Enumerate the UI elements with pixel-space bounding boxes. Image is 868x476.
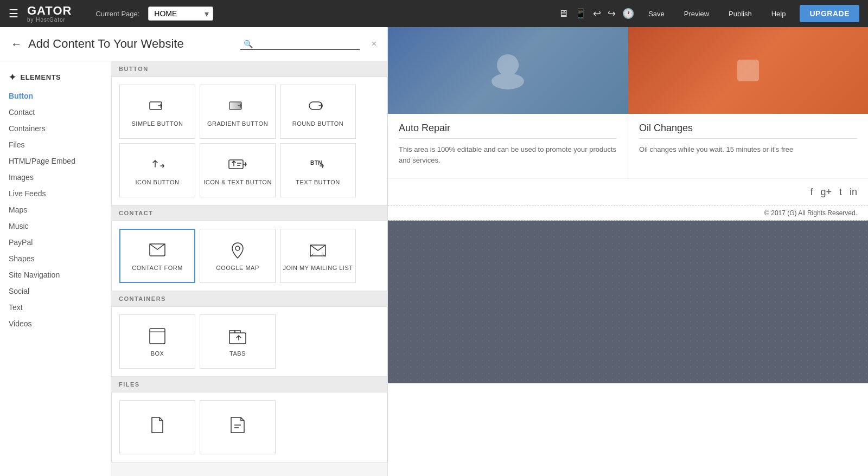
sidebar-item-maps[interactable]: Maps: [0, 202, 111, 218]
sidebar-item-paypal[interactable]: PayPal: [0, 234, 111, 250]
website-preview: Auto Repair This area is 100% editable a…: [388, 27, 868, 476]
simple-button-label: SIMPLE BUTTON: [132, 120, 183, 127]
logo-text: GATOR: [27, 5, 72, 17]
sidebar-item-containers[interactable]: Containers: [0, 120, 111, 137]
files-section: FILES: [111, 377, 387, 462]
page-selector[interactable]: HOME: [148, 7, 213, 21]
footer-social: f g+ t in: [388, 179, 868, 206]
svg-rect-13: [229, 333, 246, 344]
hamburger-menu[interactable]: ☰: [9, 7, 18, 20]
sidebar-item-text[interactable]: Text: [0, 299, 111, 316]
preview-img-right: [628, 27, 869, 114]
svg-point-17: [492, 73, 524, 89]
contact-section: CONTACT CONTACT FORM: [111, 205, 387, 291]
upgrade-button[interactable]: UPGRADE: [800, 5, 859, 22]
sidebar-item-videos[interactable]: Videos: [0, 316, 111, 332]
sidebar-item-files[interactable]: Files: [0, 137, 111, 153]
mailing-list-label: JOIN MY MAILING LIST: [283, 265, 353, 271]
history-icon[interactable]: 🕐: [622, 8, 634, 20]
svg-rect-18: [737, 60, 759, 81]
containers-section: CONTAINERS BOX: [111, 291, 387, 377]
preview-button[interactable]: Preview: [679, 7, 714, 21]
text-button-label: TEXT BUTTON: [296, 179, 340, 185]
main-layout: ← Add Content To Your Website 🔍 × ✦ ELEM…: [0, 27, 868, 476]
publish-button[interactable]: Publish: [723, 7, 757, 21]
back-button[interactable]: ←: [11, 38, 22, 50]
button-section-label: BUTTON: [111, 61, 387, 76]
round-button-item[interactable]: ROUND BUTTON: [280, 85, 356, 139]
sidebar-item-contact[interactable]: Contact: [0, 104, 111, 120]
mailing-list-item[interactable]: JOIN MY MAILING LIST: [280, 229, 356, 283]
simple-button-item[interactable]: SIMPLE BUTTON: [119, 85, 195, 139]
search-input[interactable]: [256, 40, 354, 48]
facebook-icon[interactable]: f: [810, 186, 813, 198]
sidebar-item-html-page-embed[interactable]: HTML/Page Embed: [0, 153, 111, 169]
svg-point-8: [235, 246, 240, 250]
google-map-item[interactable]: GOOGLE MAP: [200, 229, 276, 283]
sidebar-item-social[interactable]: Social: [0, 283, 111, 299]
sidebar-item-button[interactable]: Button: [0, 88, 111, 104]
help-button[interactable]: Help: [766, 7, 792, 21]
logo: GATOR by HostGator: [27, 5, 72, 23]
contact-form-item[interactable]: CONTACT FORM: [119, 229, 195, 283]
auto-repair-title: Auto Repair: [399, 123, 617, 139]
search-box: 🔍: [240, 38, 360, 50]
svg-text:BTN: BTN: [310, 160, 322, 166]
desktop-icon[interactable]: 🖥: [558, 8, 568, 20]
sidebar-item-music[interactable]: Music: [0, 218, 111, 234]
sidebar: ✦ ELEMENTS ButtonContactContainersFilesH…: [0, 61, 111, 476]
gradient-button-item[interactable]: GRADIENT BUTTON: [200, 85, 276, 139]
tablet-icon[interactable]: 📱: [575, 8, 586, 20]
containers-items-grid: BOX TABS: [111, 306, 387, 377]
linkedin-icon[interactable]: in: [850, 186, 857, 198]
save-button[interactable]: Save: [643, 7, 670, 21]
preview-images-row: [388, 27, 868, 114]
contact-section-label: CONTACT: [111, 205, 387, 221]
device-icons: 🖥 📱 ↩ ↪ 🕐: [558, 8, 634, 20]
footer-copy: © 2017 (G) All Rights Reserved.: [388, 206, 868, 221]
google-map-label: GOOGLE MAP: [216, 265, 259, 271]
search-icon: 🔍: [244, 40, 253, 48]
box-item[interactable]: BOX: [119, 314, 195, 369]
file-item-1[interactable]: [119, 400, 195, 454]
contact-items-grid: CONTACT FORM GOOGLE MAP: [111, 221, 387, 291]
undo-icon[interactable]: ↩: [593, 8, 601, 20]
panel-header: ← Add Content To Your Website 🔍 ×: [0, 27, 387, 61]
preview-img-left: [388, 27, 628, 114]
icon-button-label: ICON BUTTON: [135, 179, 179, 185]
left-panel: ← Add Content To Your Website 🔍 × ✦ ELEM…: [0, 27, 388, 476]
button-items-grid: SIMPLE BUTTON: [111, 76, 387, 205]
close-icon[interactable]: ×: [372, 39, 376, 49]
containers-section-label: CONTAINERS: [111, 291, 387, 306]
file-item-2[interactable]: [200, 400, 276, 454]
sidebar-item-live-feeds[interactable]: Live Feeds: [0, 185, 111, 202]
googleplus-icon[interactable]: g+: [820, 186, 832, 198]
right-panel: Auto Repair This area is 100% editable a…: [388, 27, 868, 476]
oil-changes-card: Oil Changes Oil changes while you wait. …: [628, 114, 868, 178]
sidebar-items: ButtonContactContainersFilesHTML/Page Em…: [0, 88, 111, 332]
icon-text-button-item[interactable]: ICON & TEXT BUTTON: [200, 143, 276, 197]
svg-rect-3: [229, 160, 243, 169]
svg-rect-10: [150, 329, 165, 344]
round-button-label: ROUND BUTTON: [292, 120, 343, 127]
sidebar-item-site-navigation[interactable]: Site Navigation: [0, 267, 111, 283]
auto-repair-text: This area is 100% editable and can be us…: [399, 144, 617, 165]
svg-point-16: [497, 54, 519, 76]
sidebar-item-shapes[interactable]: Shapes: [0, 250, 111, 267]
sidebar-section-header: ✦ ELEMENTS: [0, 70, 111, 88]
twitter-icon[interactable]: t: [839, 186, 842, 198]
logo-sub: by HostGator: [27, 17, 72, 23]
cards-row: Auto Repair This area is 100% editable a…: [388, 114, 868, 179]
icon-button-item[interactable]: ICON BUTTON: [119, 143, 195, 197]
footer-dark-area: [388, 221, 868, 383]
oil-changes-text: Oil changes while you wait. 15 minutes o…: [639, 144, 857, 155]
button-section: BUTTON SIMPLE BUTTON: [111, 61, 387, 205]
text-button-item[interactable]: BTN TEXT BUTTON: [280, 143, 356, 197]
tabs-item[interactable]: TABS: [200, 314, 276, 369]
current-page-label: Current Page:: [95, 10, 139, 18]
panel-body: ✦ ELEMENTS ButtonContactContainersFilesH…: [0, 61, 387, 476]
redo-icon[interactable]: ↪: [608, 8, 616, 20]
gradient-button-label: GRADIENT BUTTON: [207, 120, 268, 127]
sidebar-item-images[interactable]: Images: [0, 169, 111, 185]
content-area: BUTTON SIMPLE BUTTON: [111, 61, 387, 476]
